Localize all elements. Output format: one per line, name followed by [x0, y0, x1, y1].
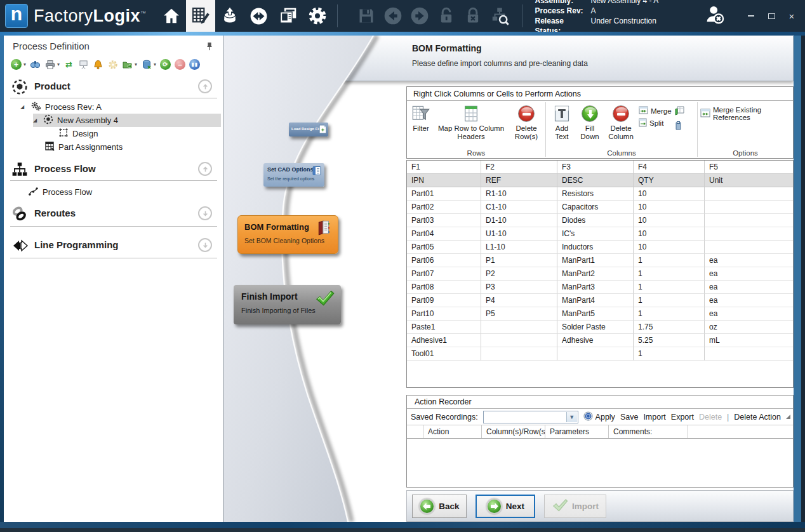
- bom-grid-cell[interactable]: Part10: [407, 307, 481, 321]
- lock-delete-icon[interactable]: [460, 0, 486, 32]
- bom-grid-cell[interactable]: 1: [634, 267, 705, 281]
- bom-grid-cell[interactable]: Part04: [407, 227, 481, 241]
- bom-grid-cell[interactable]: [705, 227, 793, 241]
- settings-gear-icon[interactable]: [303, 0, 332, 32]
- bom-grid-cell[interactable]: R1-10: [481, 187, 557, 201]
- bom-grid-cell[interactable]: F3: [557, 161, 634, 174]
- split-button[interactable]: Split: [639, 118, 672, 128]
- expander-icon[interactable]: ◢: [33, 117, 39, 123]
- bom-grid-cell[interactable]: P1: [481, 254, 557, 267]
- bom-grid-cell[interactable]: [705, 201, 793, 214]
- bom-grid-cell[interactable]: Part01: [407, 187, 481, 201]
- print-icon[interactable]: [44, 58, 56, 70]
- save-recording-button[interactable]: Save: [620, 413, 639, 422]
- bom-grid-cell[interactable]: Resistors: [557, 187, 634, 201]
- bom-grid-cell[interactable]: Part08: [407, 281, 481, 294]
- workflow-step-set-cad-options[interactable]: Set CAD Options Set the required options: [263, 163, 324, 187]
- bom-grid-cell[interactable]: [481, 347, 557, 361]
- bom-grid-cell[interactable]: Adhesive: [557, 334, 634, 347]
- find-icon[interactable]: [29, 58, 41, 70]
- bom-grid-cell[interactable]: F4: [634, 161, 705, 174]
- copy-table-icon[interactable]: [675, 106, 684, 118]
- bom-grid-cell[interactable]: Part06: [407, 254, 481, 267]
- resize-grip-icon[interactable]: [786, 415, 790, 419]
- bom-grid-cell[interactable]: 10: [634, 187, 705, 201]
- bom-grid-cell[interactable]: Part02: [407, 201, 481, 214]
- documents-icon[interactable]: [274, 0, 303, 32]
- back-history-icon[interactable]: [380, 0, 406, 32]
- tree-item-process-flow[interactable]: Process Flow: [28, 185, 92, 199]
- add-icon[interactable]: +: [10, 58, 22, 70]
- clipboard-icon[interactable]: [675, 121, 684, 133]
- bom-grid-cell[interactable]: Paste1: [407, 321, 481, 334]
- bom-grid-cell[interactable]: F1: [407, 161, 481, 174]
- bom-grid-cell[interactable]: ManPart2: [557, 267, 634, 281]
- bom-grid-cell[interactable]: 1: [634, 281, 705, 294]
- close-button[interactable]: ×: [785, 9, 799, 23]
- database-dropdown-icon[interactable]: ▾: [154, 62, 156, 67]
- pause-icon[interactable]: ▮▮: [189, 58, 201, 70]
- bom-grid-cell[interactable]: Part07: [407, 267, 481, 281]
- bom-grid-cell[interactable]: IPN: [407, 174, 481, 187]
- bom-grid-cell[interactable]: Unit: [705, 174, 793, 187]
- bom-grid-cell[interactable]: 10: [634, 227, 705, 241]
- home-icon[interactable]: [157, 0, 186, 32]
- filter-button[interactable]: Filter: [409, 102, 432, 135]
- bom-grid-cell[interactable]: P4: [481, 294, 557, 307]
- bom-grid-cell[interactable]: Solder Paste: [557, 321, 634, 334]
- bom-grid-cell[interactable]: Adhesive1: [407, 334, 481, 347]
- export-dropdown-icon[interactable]: ▾: [135, 62, 137, 67]
- database-remove-icon[interactable]: [140, 58, 152, 70]
- combo-arrow-icon[interactable]: ▼: [566, 412, 577, 422]
- bom-grid-cell[interactable]: ManPart1: [557, 254, 634, 267]
- bom-grid-cell[interactable]: [705, 241, 793, 254]
- bom-grid-cell[interactable]: Inductors: [557, 241, 634, 254]
- bom-grid-cell[interactable]: 1: [634, 307, 705, 321]
- delete-column-button[interactable]: Delete Column: [604, 102, 637, 143]
- presentation-icon[interactable]: [77, 58, 90, 70]
- bom-grid-cell[interactable]: ea: [705, 267, 793, 281]
- fill-down-button[interactable]: Fill Down: [575, 102, 604, 143]
- bom-grid-cell[interactable]: 1: [634, 347, 705, 361]
- save-icon[interactable]: [353, 0, 380, 32]
- add-dropdown-icon[interactable]: ▾: [23, 62, 26, 67]
- forward-history-icon[interactable]: [406, 0, 433, 32]
- bom-grid-cell[interactable]: ea: [705, 294, 793, 307]
- bom-grid-cell[interactable]: P5: [481, 307, 557, 321]
- delete-recording-button[interactable]: Delete: [699, 413, 722, 422]
- bom-grid-cell[interactable]: U1-10: [481, 227, 557, 241]
- merge-existing-references-toggle[interactable]: Merge Existing References: [700, 106, 790, 121]
- record-apply-icon[interactable]: [583, 411, 593, 423]
- refresh-icon[interactable]: ⟳: [159, 58, 171, 70]
- bom-grid-cell[interactable]: REF: [481, 174, 557, 187]
- bom-grid-cell[interactable]: 10: [634, 241, 705, 254]
- bom-grid-cell[interactable]: Part03: [407, 214, 481, 227]
- bom-grid-cell[interactable]: [481, 321, 557, 334]
- bom-grid-cell[interactable]: 5.25: [634, 334, 705, 347]
- maximize-button[interactable]: [764, 9, 778, 23]
- columns-rows-column-header[interactable]: Column(s)/Row(s)...: [482, 425, 545, 438]
- material-import-icon[interactable]: [215, 0, 244, 32]
- collapse-down-button[interactable]: [198, 238, 212, 252]
- bom-grid-cell[interactable]: C1-10: [481, 201, 557, 214]
- workflow-step-bom-formatting[interactable]: BOM Formatting Set BOM Cleaning Options: [237, 215, 338, 254]
- next-button[interactable]: Next: [476, 495, 535, 518]
- bom-grid-cell[interactable]: ea: [705, 281, 793, 294]
- logout-user-icon[interactable]: [705, 4, 726, 28]
- expander-icon[interactable]: ◢: [20, 104, 27, 110]
- action-column-header[interactable]: Action: [423, 425, 482, 438]
- bom-grid-cell[interactable]: QTY: [634, 174, 705, 187]
- bom-grid-cell[interactable]: Part05: [407, 241, 481, 254]
- bom-grid-cell[interactable]: oz: [705, 321, 793, 334]
- bom-grid-cell[interactable]: P2: [481, 267, 557, 281]
- process-search-icon[interactable]: [486, 0, 513, 32]
- collapse-down-button[interactable]: [198, 206, 212, 220]
- tree-item-part-assignments[interactable]: Part Assignments: [44, 140, 123, 154]
- bom-grid-cell[interactable]: ea: [705, 254, 793, 267]
- compare-icon[interactable]: ⇄: [63, 58, 75, 70]
- back-button[interactable]: Back: [412, 495, 467, 518]
- comments-column-header[interactable]: Comments:: [609, 425, 688, 438]
- bom-grid-cell[interactable]: [557, 347, 634, 361]
- transfer-icon[interactable]: [244, 0, 274, 32]
- minimize-button[interactable]: [744, 9, 758, 23]
